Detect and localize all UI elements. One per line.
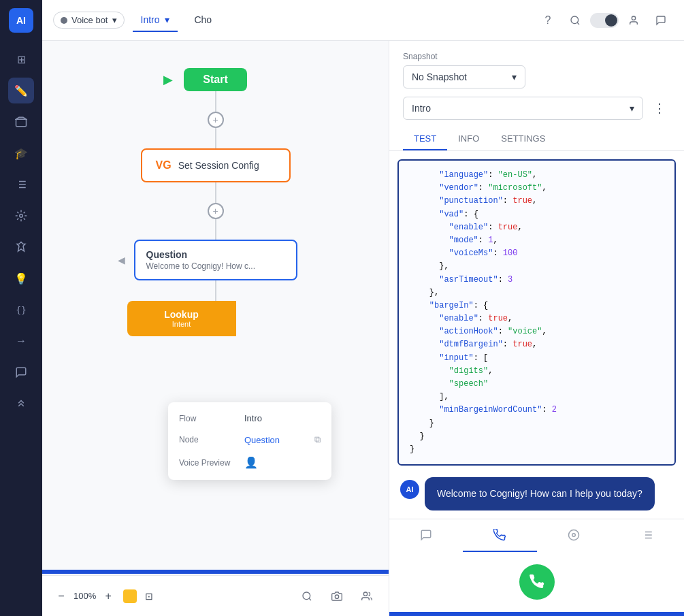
chat-area: AI Welcome to Cognigy! How can I help yo…: [389, 469, 684, 519]
add-node-btn-1[interactable]: +: [208, 112, 224, 128]
flow-value: Intro: [412, 103, 431, 114]
flow-arrow-icon: ▾: [630, 103, 634, 114]
context-menu-node-row: Node Question ⧉: [168, 429, 331, 451]
chat-button[interactable]: [649, 8, 673, 33]
context-menu-flow-label: Flow: [179, 414, 233, 423]
svg-point-13: [335, 595, 338, 598]
chat-tab-target[interactable]: [537, 519, 610, 552]
bot-avatar: AI: [400, 480, 419, 499]
sidebar-icon-brain[interactable]: [8, 203, 34, 229]
svg-point-7: [20, 214, 23, 218]
flow-dropdown[interactable]: Intro ▾: [403, 97, 643, 120]
tab-cho[interactable]: Cho: [186, 9, 220, 32]
code-line-3: "punctuation": true,: [410, 195, 664, 208]
code-line-7: "voiceMs": 100: [410, 247, 664, 260]
sidebar-icon-arrow[interactable]: →: [8, 328, 34, 354]
vg-node-container: VG Set Session Config: [141, 148, 291, 182]
start-label: Start: [203, 74, 227, 86]
context-menu: Flow Intro Node Question ⧉ Voice Preview…: [168, 402, 331, 480]
bot-dropdown-arrow[interactable]: ▾: [112, 15, 117, 25]
context-menu-node-value[interactable]: Question: [244, 435, 280, 445]
tab-settings[interactable]: SETTINGS: [490, 128, 556, 150]
context-menu-flow-value: Intro: [244, 413, 262, 423]
sidebar-icon-bulb[interactable]: 💡: [8, 265, 34, 291]
bot-chat-bubble: Welcome to Cognigy! How can I help you t…: [425, 477, 655, 510]
flow-bottom-bar: − 100% + ⊡: [42, 575, 389, 616]
voice-preview-icon[interactable]: 👤: [244, 456, 258, 469]
snapshot-dropdown[interactable]: No Snapshot ▾: [403, 65, 525, 88]
chat-tab-phone[interactable]: [463, 519, 536, 552]
bot-selector[interactable]: Voice bot ▾: [53, 12, 125, 29]
svg-rect-0: [16, 119, 27, 127]
screenshot-button[interactable]: [326, 585, 348, 607]
sidebar-icon-layers[interactable]: [8, 109, 34, 135]
flow-more-button[interactable]: ⋮: [649, 97, 670, 119]
search-button[interactable]: [563, 8, 587, 33]
tab-intro-arrow[interactable]: ▾: [165, 14, 169, 25]
left-sidebar: AI ⊞ ✏️ 🎓 💡 {} →: [0, 0, 42, 616]
search-nodes-button[interactable]: [296, 585, 318, 607]
lookup-sub: Intent: [138, 320, 225, 328]
app-logo: AI: [9, 8, 33, 33]
start-node-container: ▶ Start: [184, 68, 246, 91]
code-line-6: "mode": 1,: [410, 234, 664, 247]
user-button[interactable]: [621, 8, 646, 33]
bot-status-dot: [61, 17, 67, 24]
fit-view-button[interactable]: ⊡: [141, 588, 157, 604]
topbar: Voice bot ▾ Intro ▾ Cho ?: [42, 0, 684, 41]
context-menu-node-label: Node: [179, 435, 233, 444]
chat-bottom-bar: [389, 519, 684, 612]
code-area: "language": "en-US", "vendor": "microsof…: [389, 151, 684, 469]
zoom-in-button[interactable]: +: [100, 588, 116, 604]
sidebar-icon-chevrons[interactable]: [8, 391, 34, 417]
chat-tabs: [389, 519, 684, 552]
blue-bottom-bar: [389, 612, 684, 616]
vg-badge: VG: [156, 159, 172, 172]
question-node[interactable]: Question Welcome to Cognigy! How c...: [134, 240, 297, 280]
svg-line-9: [577, 22, 579, 25]
sidebar-icon-list[interactable]: [8, 172, 34, 197]
code-line-14: "dtmfBargein": true,: [410, 338, 664, 351]
connector-2: [215, 128, 216, 148]
sidebar-icon-code[interactable]: {}: [8, 297, 34, 323]
question-node-container: ◀ Question Welcome to Cognigy! How c...: [134, 240, 297, 280]
chat-tab-playlist[interactable]: [610, 519, 684, 552]
lookup-label: Lookup: [138, 309, 225, 320]
vg-node-label: Set Session Config: [178, 160, 259, 171]
tab-intro[interactable]: Intro ▾: [133, 9, 178, 32]
external-link-icon[interactable]: ⧉: [314, 434, 321, 445]
zoom-level: 100%: [74, 591, 96, 601]
code-line-5: "enable": true,: [410, 221, 664, 234]
add-node-btn-2[interactable]: +: [208, 203, 224, 219]
add-participant-button[interactable]: [356, 585, 378, 607]
right-panel: Snapshot No Snapshot ▾ Intro ▾ ⋮ TEST IN: [389, 41, 684, 616]
zoom-out-button[interactable]: −: [53, 588, 69, 604]
svg-point-14: [363, 592, 367, 596]
add-node-btn-bottom[interactable]: [42, 570, 389, 574]
right-panel-header: Snapshot No Snapshot ▾ Intro ▾ ⋮ TEST IN: [389, 41, 684, 151]
sidebar-icon-pin[interactable]: [8, 234, 34, 260]
chat-tab-text[interactable]: [389, 519, 463, 552]
sidebar-icon-chat[interactable]: [8, 359, 34, 385]
connector-5: [215, 280, 216, 301]
start-node[interactable]: Start: [184, 68, 246, 91]
sidebar-icon-graduation[interactable]: 🎓: [8, 140, 34, 166]
lookup-node-container: Lookup Intent: [127, 301, 236, 336]
code-line-4: "vad": {: [410, 208, 664, 221]
svg-point-16: [572, 534, 575, 537]
toggle-button[interactable]: [590, 13, 619, 28]
sidebar-icon-brush[interactable]: ✏️: [8, 78, 34, 103]
lookup-node[interactable]: Lookup Intent: [127, 301, 236, 336]
code-line-18: ],: [410, 391, 664, 404]
snapshot-section: Snapshot No Snapshot ▾: [403, 52, 670, 88]
code-line-10: },: [410, 287, 664, 299]
sidebar-icon-grid[interactable]: ⊞: [8, 46, 34, 72]
tab-info[interactable]: INFO: [447, 128, 490, 150]
tab-test[interactable]: TEST: [403, 128, 447, 150]
bot-name: Voice bot: [71, 15, 108, 25]
start-arrow-icon: ▶: [163, 72, 173, 87]
code-line-19: "minBargeinWordCount": 2: [410, 404, 664, 417]
help-button[interactable]: ?: [536, 8, 560, 33]
vg-node[interactable]: VG Set Session Config: [141, 148, 291, 182]
phone-call-button[interactable]: [519, 564, 555, 600]
